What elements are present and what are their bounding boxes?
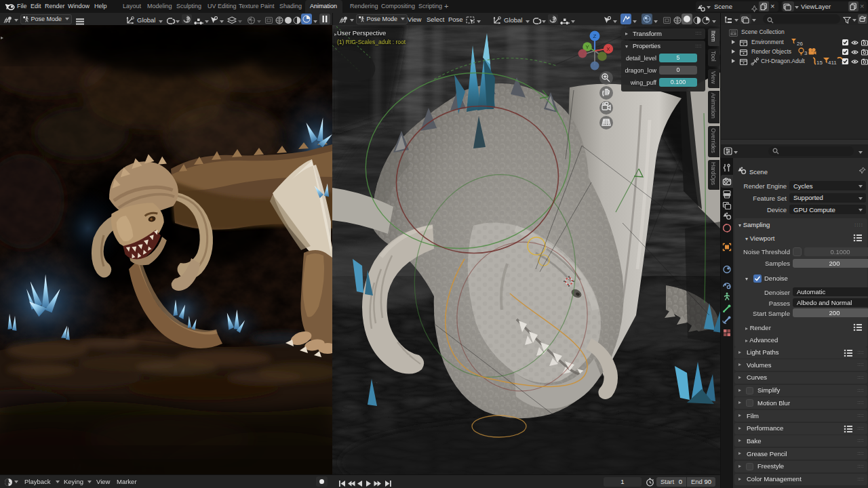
svg-text:Y: Y [585, 44, 589, 50]
svg-text:Z: Z [593, 33, 597, 39]
svg-text:X: X [606, 46, 610, 52]
